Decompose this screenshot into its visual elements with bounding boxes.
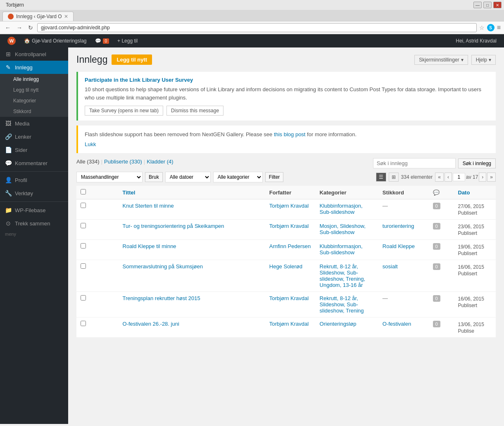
sidebar-item-wp-filebase[interactable]: 📁 WP-Filebase xyxy=(0,204,68,217)
filter-button[interactable]: Filter xyxy=(265,172,284,182)
author-link[interactable]: Torbjørn Kravdal xyxy=(269,295,309,301)
refresh-button[interactable]: ↻ xyxy=(26,24,35,32)
author-link[interactable]: Torbjørn Kravdal xyxy=(269,203,309,209)
tag-link[interactable]: turorientering xyxy=(383,223,414,229)
tag-link[interactable]: sosialt xyxy=(383,263,398,270)
th-tags: Stikkord xyxy=(378,186,429,199)
post-title-link[interactable]: Tur- og treningsorientering på Skeikampe… xyxy=(123,223,224,229)
sidebar-item-sider[interactable]: 📄 Sider xyxy=(0,143,68,156)
list-view-button[interactable]: ☰ xyxy=(376,173,386,182)
tag-link[interactable]: Roald Kleppe xyxy=(383,243,415,249)
maximize-button[interactable]: □ xyxy=(483,2,492,8)
filter-all[interactable]: Alle (334) xyxy=(76,159,100,165)
take-survey-button[interactable]: Take Survey (opens in new tab) xyxy=(85,106,163,116)
admin-bar-home[interactable]: 🏠 Gjø-Vard Orienteringslag xyxy=(20,34,91,47)
dismiss-notice-button[interactable]: Dismiss this message xyxy=(166,106,223,116)
post-title-link[interactable]: Knut Sterten til minne xyxy=(123,203,174,209)
th-title[interactable]: Tittel xyxy=(119,186,265,199)
admin-bar-user[interactable]: Hei, Astrid Kravdal xyxy=(452,34,501,47)
admin-bar-add[interactable]: + Legg til xyxy=(113,34,142,47)
add-new-button[interactable]: Legg til nytt xyxy=(112,54,152,65)
bulk-apply-button[interactable]: Bruk xyxy=(145,172,163,182)
date-filter-select[interactable]: Alle datoer xyxy=(165,172,211,182)
table-row: Sommeravslutning på Skumsjøen Hege Soler… xyxy=(76,260,496,292)
sidebar-profil-label: Profil xyxy=(15,177,27,183)
status-value: Publisert xyxy=(458,230,492,236)
post-title-link[interactable]: O-festivalen 26.-28. juni xyxy=(123,321,179,327)
prev-page-button[interactable]: ‹ xyxy=(445,173,452,182)
screen-options-label: Skjerminnstillinger xyxy=(419,57,459,63)
forward-button[interactable]: → xyxy=(15,24,24,32)
table-body: Knut Sterten til minne Torbjørn Kravdal … xyxy=(76,199,496,338)
sidebar-item-trekk-sammen[interactable]: ⊙ Trekk sammen xyxy=(0,217,68,230)
back-button[interactable]: ← xyxy=(3,24,12,32)
sidebar-item-lenker[interactable]: 🔗 Lenker xyxy=(0,130,68,143)
page-number-input[interactable] xyxy=(453,173,465,181)
row-checkbox[interactable] xyxy=(81,263,86,269)
category-filter-select[interactable]: Alle kategorier xyxy=(213,172,263,182)
filter-drafts[interactable]: Kladder (4) xyxy=(147,159,173,165)
row-checkbox[interactable] xyxy=(81,243,86,248)
search-bar: Alle (334) | Publiserte (330) | Kladder … xyxy=(76,158,496,168)
wp-logo-item[interactable]: W xyxy=(3,34,20,47)
sidebar-sub-legg-til-nytt[interactable]: Legg til nytt xyxy=(0,85,68,95)
admin-bar-comments[interactable]: 💬 0 xyxy=(91,34,114,47)
minimize-button[interactable]: — xyxy=(473,2,482,8)
row-tags-cell: turorientering xyxy=(378,220,429,240)
row-author-cell: Torbjørn Kravdal xyxy=(265,220,316,240)
author-link[interactable]: Torbjørn Kravdal xyxy=(269,223,309,229)
next-page-button[interactable]: › xyxy=(479,173,486,182)
filter-published[interactable]: Publiserte (330) xyxy=(104,159,142,165)
sidebar-item-verktoy[interactable]: 🔧 Verktøy xyxy=(0,187,68,200)
sidebar-item-kommentarer[interactable]: 💬 Kommentarer xyxy=(0,156,68,170)
author-link[interactable]: Hege Solerød xyxy=(269,263,302,270)
sidebar-item-profil[interactable]: 👤 Profil xyxy=(0,173,68,187)
grid-view-button[interactable]: ⊞ xyxy=(389,173,399,182)
flash-notice-link[interactable]: this blog post xyxy=(274,131,307,137)
category-link[interactable]: Rekrutt, 8-12 år, Slideshow, Sub-slidesh… xyxy=(320,263,366,288)
row-title-cell: Knut Sterten til minne xyxy=(119,199,265,220)
th-date[interactable]: Dato xyxy=(454,186,496,199)
select-all-checkbox[interactable] xyxy=(81,189,86,194)
row-checkbox[interactable] xyxy=(81,203,86,208)
screen-options-arrow: ▾ xyxy=(461,57,464,63)
last-page-button[interactable]: » xyxy=(487,173,496,182)
screen-options-button[interactable]: Skjerminnstillinger ▾ xyxy=(414,55,468,65)
category-link[interactable]: Klubbinformasjon, Sub-slideshow xyxy=(320,243,363,256)
row-date-cell: 13/06, 2015 Publise xyxy=(454,317,496,338)
search-input[interactable] xyxy=(373,158,456,168)
category-link[interactable]: Rekrutt, 8-12 år, Slideshow, Sub-slidesh… xyxy=(320,295,364,314)
sidebar-item-kontrollpanel[interactable]: ⊞ Kontrollpanel xyxy=(0,47,68,61)
row-comments-cell: 0 xyxy=(429,220,454,240)
category-link[interactable]: Klubbinformasjon, Sub-slideshow xyxy=(320,203,363,215)
browser-menu-icon[interactable]: ≡ xyxy=(497,24,501,31)
tab-close-icon[interactable]: ✕ xyxy=(64,14,68,19)
flash-close-link[interactable]: Lukk xyxy=(85,140,489,149)
sidebar-sub-alle-innlegg[interactable]: Alle innlegg xyxy=(0,74,68,85)
help-button[interactable]: Hjelp ▾ xyxy=(471,55,496,65)
sidebar-item-media[interactable]: 🖼 Media xyxy=(0,117,68,130)
author-link[interactable]: Arnfinn Pedersen xyxy=(269,243,311,249)
status-value: Publisert xyxy=(458,251,492,256)
post-title-link[interactable]: Sommeravslutning på Skumsjøen xyxy=(123,263,203,270)
first-page-button[interactable]: « xyxy=(435,173,444,182)
category-link[interactable]: Mosjon, Slideshow, Sub-slideshow xyxy=(320,223,366,235)
bookmark-icon[interactable]: ☆ xyxy=(479,24,485,31)
search-button[interactable]: Søk i innlegg xyxy=(458,159,496,168)
row-date-cell: 16/06, 2015 Publisert xyxy=(454,260,496,292)
sidebar-sub-kategorier[interactable]: Kategorier xyxy=(0,95,68,106)
post-title-link[interactable]: Roald Kleppe til minne xyxy=(123,243,176,249)
sidebar-sub-stikkord[interactable]: Stikkord xyxy=(0,106,68,117)
url-input[interactable] xyxy=(37,23,477,32)
post-title-link[interactable]: Treningsplan rekrutter høst 2015 xyxy=(123,295,200,301)
close-button[interactable]: ✕ xyxy=(493,2,502,8)
category-link[interactable]: Orienteringsløp xyxy=(320,321,357,327)
bulk-actions-select[interactable]: Massehandlinger xyxy=(76,172,143,182)
row-checkbox[interactable] xyxy=(81,321,86,326)
author-link[interactable]: Torbjørn Kravdal xyxy=(269,321,309,327)
tag-link[interactable]: O-festivalen xyxy=(383,321,411,327)
row-checkbox[interactable] xyxy=(81,223,86,228)
sidebar-item-innlegg[interactable]: ✎ Innlegg xyxy=(0,61,68,74)
row-checkbox[interactable] xyxy=(81,295,86,301)
active-tab[interactable]: Innlegg ‹ Gjø-Vard O ✕ xyxy=(2,12,74,21)
